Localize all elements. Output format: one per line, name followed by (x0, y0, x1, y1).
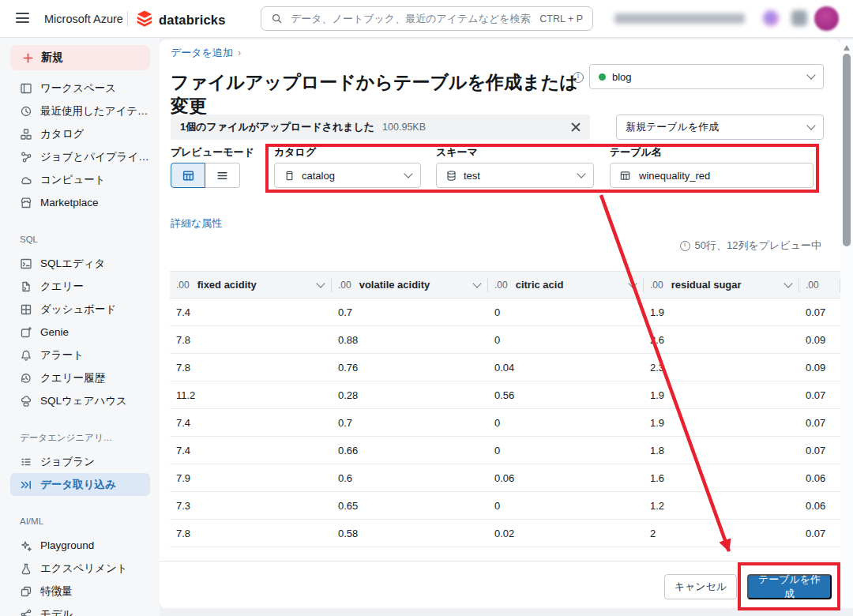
databricks-logo-icon (136, 9, 153, 30)
table-cell: 0.07 (799, 520, 840, 547)
sidebar-item-job-runs[interactable]: ジョブラン (0, 450, 160, 473)
sidebar-item-experiments[interactable]: エクスペリメント (0, 557, 160, 580)
sidebar-item-recents[interactable]: 最近使用したアイテ… (0, 100, 160, 122)
table-cell: 7.3 (170, 492, 332, 519)
title-info-icon[interactable] (573, 72, 584, 83)
sidebar-section-data-engineering: データエンジニアリ… (0, 430, 160, 445)
topbar: Microsoft Azure databricks CTRL + P (0, 0, 853, 38)
query-file-icon (20, 280, 32, 293)
databricks-logo-text: databricks (159, 13, 226, 28)
column-header-fixed-acidity[interactable]: .00 fixed acidity (170, 272, 332, 298)
table-cell: 1.2 (644, 492, 799, 519)
search-icon (271, 13, 283, 24)
global-search[interactable]: CTRL + P (261, 6, 593, 31)
sidebar-item-data-ingestion[interactable]: データ取り込み (10, 473, 150, 496)
chevron-down-icon[interactable] (628, 279, 637, 287)
table-row: 7.40.701.90.07 (170, 409, 840, 437)
schema-select[interactable]: test (436, 163, 594, 188)
table-header-row: .00 fixed acidity .00 volatile acidity .… (170, 271, 840, 299)
schema-label: スキーマ (436, 145, 478, 160)
close-icon[interactable] (569, 122, 581, 133)
sidebar-item-compute[interactable]: コンピュート (0, 168, 160, 191)
sidebar-section-ai-ml: AI/ML (0, 513, 160, 529)
sidebar-item-models[interactable]: モデル (0, 603, 160, 616)
table-cell: 2.6 (644, 326, 799, 353)
table-cell: 1.8 (644, 437, 799, 464)
sidebar-item-jobs-pipelines[interactable]: ジョブとパイプライ… (0, 145, 160, 168)
column-header-citric-acid[interactable]: .00 citric acid (488, 272, 644, 298)
sidebar-item-sql-editor[interactable]: SQLエディタ (0, 252, 160, 275)
data-preview-table: .00 fixed acidity .00 volatile acidity .… (170, 271, 840, 547)
table-cell: 0.58 (332, 520, 488, 547)
cluster-status-dot (599, 73, 606, 81)
cluster-select[interactable]: blog (589, 64, 824, 89)
table-cell: 0.06 (799, 492, 840, 519)
table-name-input[interactable] (637, 169, 804, 182)
sidebar-item-queries[interactable]: クエリー (0, 275, 160, 298)
chevron-down-icon (806, 121, 815, 130)
sidebar-item-catalog[interactable]: カタログ (0, 122, 160, 145)
table-mode-select-value: 新規テーブルを作成 (626, 120, 719, 134)
user-avatar[interactable] (814, 6, 839, 31)
upload-banner-message: 1個のファイルがアップロードされました (180, 120, 374, 134)
catalog-select[interactable]: catalog (274, 163, 421, 188)
sidebar-item-features[interactable]: 特徴量 (0, 580, 160, 603)
topbar-icon-redacted-2[interactable] (791, 10, 807, 26)
breadcrumb-separator: › (238, 47, 241, 58)
chevron-down-icon[interactable] (316, 279, 325, 287)
chevron-down-icon (806, 70, 815, 79)
table-mode-select[interactable]: 新規テーブルを作成 (616, 115, 824, 140)
dashboard-icon (20, 303, 32, 316)
schema-select-value: test (464, 170, 480, 182)
chevron-down-icon[interactable] (783, 279, 792, 287)
table-cell: 0.06 (799, 464, 840, 491)
column-header-residual-sugar[interactable]: .00 residual sugar (644, 272, 799, 298)
cancel-button[interactable]: キャンセル (664, 574, 737, 599)
topbar-icon-redacted-1[interactable] (763, 10, 779, 26)
preview-mode-list-button[interactable] (205, 163, 240, 188)
data-ingestion-icon (20, 479, 32, 491)
breadcrumb-link-add-data[interactable]: データを追加 (171, 46, 233, 60)
sidebar-item-marketplace[interactable]: Marketplace (0, 191, 160, 214)
bell-icon (20, 349, 32, 362)
create-table-button[interactable]: テーブルを作成 (747, 574, 832, 599)
table-cell: 7.9 (170, 464, 332, 491)
table-row: 7.80.580.0220.07 (170, 520, 840, 547)
advanced-attributes-link[interactable]: 詳細な属性 (171, 216, 222, 231)
column-header-volatile-acidity[interactable]: .00 volatile acidity (332, 272, 488, 298)
table-cell: 0.07 (799, 409, 840, 436)
sidebar: 新規 ワークスペース 最近使用したアイテ… カタログ ジョブとパイプライ… コン… (0, 37, 160, 616)
table-row: 7.30.6501.20.06 (170, 492, 840, 520)
sidebar-item-playground[interactable]: Playground (0, 534, 160, 557)
scrollbar-thumb[interactable] (843, 54, 851, 246)
table-body: 7.40.701.90.077.80.8802.60.097.80.760.04… (170, 299, 840, 547)
sidebar-item-alerts[interactable]: アラート (0, 344, 160, 366)
sidebar-section-sql: SQL (0, 231, 160, 247)
sidebar-item-sql-warehouses[interactable]: SQLウェアハウス (0, 389, 160, 412)
workspace-name-redacted[interactable] (614, 13, 745, 24)
sidebar-item-genie[interactable]: Genie (0, 321, 160, 344)
hamburger-menu-icon[interactable] (16, 13, 29, 23)
scrollbar-up-arrow[interactable] (844, 45, 850, 51)
table-row: 7.40.6601.80.07 (170, 437, 840, 464)
databricks-logo[interactable]: databricks (136, 9, 226, 30)
table-cell: 0.28 (332, 381, 488, 408)
catalog-select-value: catalog (302, 170, 335, 182)
sidebar-item-workspace[interactable]: ワークスペース (0, 77, 160, 100)
table-name-field[interactable] (610, 163, 814, 188)
footer-divider (160, 561, 840, 562)
sidebar-item-query-history[interactable]: クエリー履歴 (0, 366, 160, 389)
new-button[interactable]: 新規 (10, 45, 150, 70)
flask-icon (20, 562, 32, 575)
page-title: ファイルアップロードからテーブルを作成または変更 (171, 70, 578, 118)
chevron-down-icon[interactable] (472, 279, 481, 287)
plus-icon (22, 52, 34, 64)
models-icon (20, 608, 32, 616)
table-cell: 0 (488, 299, 644, 325)
column-header-clipped[interactable]: .00 (799, 272, 840, 298)
search-input[interactable] (289, 12, 533, 25)
table-cell: 1.6 (644, 464, 799, 491)
preview-mode-table-button[interactable] (171, 163, 205, 188)
sidebar-item-dashboards[interactable]: ダッシュボード (0, 298, 160, 321)
table-cell: 0 (488, 326, 644, 353)
